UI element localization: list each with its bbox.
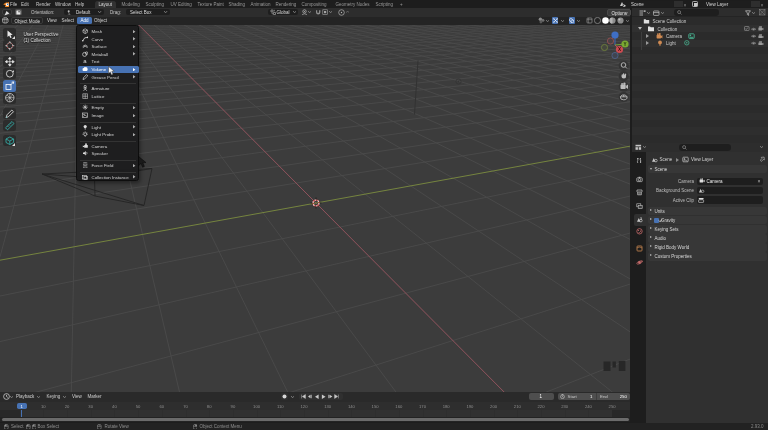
- svg-text:Y: Y: [623, 42, 626, 47]
- svg-text:a: a: [83, 59, 87, 65]
